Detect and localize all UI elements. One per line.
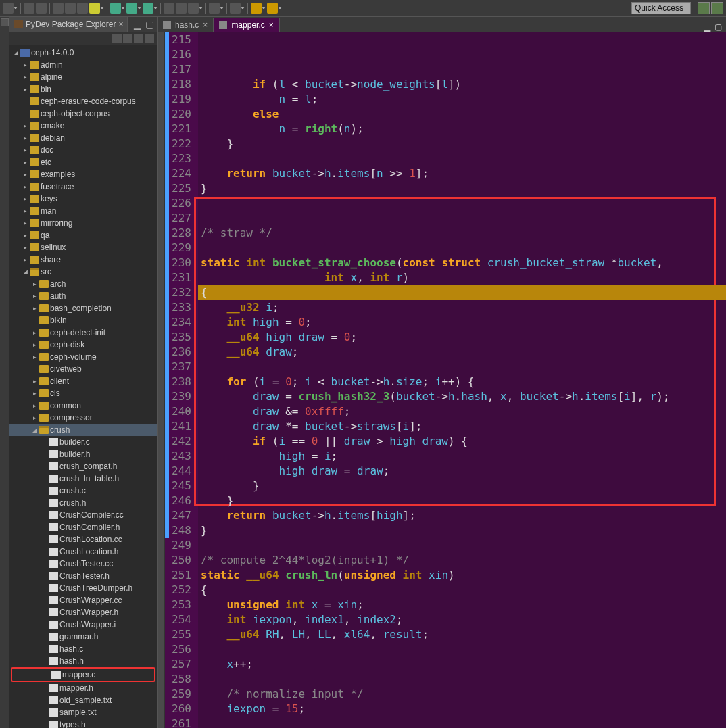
tree-item-mirroring[interactable]: ▸mirroring xyxy=(9,217,157,229)
tree-item-selinux[interactable]: ▸selinux xyxy=(9,241,157,253)
minimize-icon[interactable]: ▁ xyxy=(134,20,141,29)
tree-item-alpine[interactable]: ▸alpine xyxy=(9,71,157,83)
tree-item-ceph-erasure-code-corpus[interactable]: ceph-erasure-code-corpus xyxy=(9,95,157,107)
tree-item-ceph-14-0-0[interactable]: ◢ceph-14.0.0 xyxy=(9,47,157,59)
tree-item-civetweb[interactable]: civetweb xyxy=(9,363,157,375)
filters-icon[interactable] xyxy=(134,34,143,43)
new-folder-icon[interactable] xyxy=(164,3,174,14)
tree-item-mapper-c[interactable]: mapper.c xyxy=(11,667,155,682)
tree-item-crushtester-cc[interactable]: CrushTester.cc xyxy=(9,558,157,570)
toggle-mark-icon[interactable] xyxy=(77,3,88,14)
tree-item-hash-c[interactable]: hash.c xyxy=(9,643,157,655)
tree-item-debian[interactable]: ▸debian xyxy=(9,132,157,144)
close-icon[interactable]: × xyxy=(269,20,274,30)
collapse-all-icon[interactable] xyxy=(112,34,122,43)
pin-icon[interactable] xyxy=(230,3,241,14)
package-explorer-tree[interactable]: ◢ceph-14.0.0▸admin▸alpine▸binceph-erasur… xyxy=(9,45,157,728)
tree-item-man[interactable]: ▸man xyxy=(9,205,157,217)
open-type-icon[interactable] xyxy=(176,3,187,14)
code-content[interactable]: if (l < bucket->node_weights[l]) n = l; … xyxy=(198,32,726,728)
tree-item-crushtreedumper-h[interactable]: CrushTreeDumper.h xyxy=(9,582,157,594)
quick-access-input[interactable] xyxy=(631,2,691,14)
file-icon xyxy=(51,671,61,679)
editor-tab-mapper-c[interactable]: mapper.c× xyxy=(214,18,279,32)
save-icon[interactable] xyxy=(24,3,34,14)
folder-icon xyxy=(39,426,49,434)
tree-item-client[interactable]: ▸client xyxy=(9,375,157,387)
tree-item-ceph-disk[interactable]: ▸ceph-disk xyxy=(9,339,157,351)
tree-item-crushwrapper-cc[interactable]: CrushWrapper.cc xyxy=(9,594,157,606)
overview-ruler[interactable] xyxy=(158,32,165,728)
forward-icon[interactable] xyxy=(267,3,278,14)
tree-item-fusetrace[interactable]: ▸fusetrace xyxy=(9,180,157,193)
link-editor-icon[interactable] xyxy=(123,34,132,43)
editor-minimize-icon[interactable]: ▁ xyxy=(704,22,710,32)
tree-item-crushcompiler-h[interactable]: CrushCompiler.h xyxy=(9,521,157,533)
tree-item-crush-c[interactable]: crush.c xyxy=(9,485,157,497)
tree-item-mapper-h[interactable]: mapper.h xyxy=(9,682,157,694)
maximize-icon[interactable]: ▢ xyxy=(145,20,154,29)
code-editor[interactable]: 2152162172182192202212222232242252262272… xyxy=(158,32,726,728)
open-task-icon[interactable] xyxy=(53,3,64,14)
tree-item-builder-h[interactable]: builder.h xyxy=(9,448,157,460)
tree-item-hash-h[interactable]: hash.h xyxy=(9,655,157,667)
tree-item-arch[interactable]: ▸arch xyxy=(9,278,157,290)
file-icon xyxy=(49,584,58,592)
tree-item-auth[interactable]: ▸auth xyxy=(9,290,157,302)
save-all-icon[interactable] xyxy=(36,3,47,14)
tree-item-common[interactable]: ▸common xyxy=(9,399,157,412)
editor-maximize-icon[interactable]: ▢ xyxy=(715,22,722,32)
folder-icon xyxy=(30,110,39,118)
debug-icon[interactable] xyxy=(110,3,121,14)
editor-tab-hash-c[interactable]: hash.c× xyxy=(158,18,214,32)
tree-item-crush-ln-table-h[interactable]: crush_ln_table.h xyxy=(9,472,157,485)
tree-item-qa[interactable]: ▸qa xyxy=(9,229,157,241)
paste-icon[interactable] xyxy=(65,3,76,14)
close-icon[interactable]: × xyxy=(118,20,123,29)
highlight-icon[interactable] xyxy=(89,3,100,14)
tree-item-etc[interactable]: ▸etc xyxy=(9,156,157,168)
tree-item-doc[interactable]: ▸doc xyxy=(9,144,157,156)
toggle-breadcrumb-icon[interactable] xyxy=(209,3,220,14)
tree-item-ceph-detect-init[interactable]: ▸ceph-detect-init xyxy=(9,326,157,339)
tree-item-compressor[interactable]: ▸compressor xyxy=(9,412,157,424)
tree-item-ceph-volume[interactable]: ▸ceph-volume xyxy=(9,351,157,363)
tree-item-crushlocation-cc[interactable]: CrushLocation.cc xyxy=(9,533,157,545)
tree-item-bin[interactable]: ▸bin xyxy=(9,83,157,95)
tree-item-grammar-h[interactable]: grammar.h xyxy=(9,631,157,643)
tree-item-old-sample-txt[interactable]: old_sample.txt xyxy=(9,694,157,706)
new-icon[interactable] xyxy=(3,3,14,14)
package-explorer-tab[interactable]: PyDev Package Explorer × xyxy=(9,17,128,32)
tree-item-crush[interactable]: ◢crush xyxy=(9,424,157,436)
tree-item-share[interactable]: ▸share xyxy=(9,253,157,266)
tree-item-ceph-object-corpus[interactable]: ceph-object-corpus xyxy=(9,107,157,120)
view-menu-icon[interactable] xyxy=(145,34,154,43)
tree-item-admin[interactable]: ▸admin xyxy=(9,59,157,71)
perspective-switcher-icon[interactable] xyxy=(698,2,710,14)
file-icon xyxy=(49,596,58,604)
tree-item-types-h[interactable]: types.h xyxy=(9,719,157,728)
run-icon[interactable] xyxy=(126,3,137,14)
restore-view-icon[interactable] xyxy=(1,18,9,26)
tree-item-crushlocation-h[interactable]: CrushLocation.h xyxy=(9,545,157,558)
tree-item-sample-txt[interactable]: sample.txt xyxy=(9,706,157,719)
tree-item-keys[interactable]: ▸keys xyxy=(9,193,157,205)
tree-item-cmake[interactable]: ▸cmake xyxy=(9,120,157,132)
tree-item-src[interactable]: ◢src xyxy=(9,266,157,278)
back-icon[interactable] xyxy=(251,3,262,14)
perspective-pydev-icon[interactable] xyxy=(711,2,723,14)
tree-item-crushcompiler-cc[interactable]: CrushCompiler.cc xyxy=(9,509,157,521)
tree-item-crush-h[interactable]: crush.h xyxy=(9,497,157,509)
tree-item-bash-completion[interactable]: ▸bash_completion xyxy=(9,302,157,314)
search-icon[interactable] xyxy=(188,3,199,14)
tree-item-crushwrapper-h[interactable]: CrushWrapper.h xyxy=(9,606,157,618)
tree-item-crushwrapper-i[interactable]: CrushWrapper.i xyxy=(9,618,157,631)
tree-item-blkin[interactable]: blkin xyxy=(9,314,157,326)
coverage-icon[interactable] xyxy=(143,3,153,14)
tree-item-examples[interactable]: ▸examples xyxy=(9,168,157,180)
close-icon[interactable]: × xyxy=(203,20,208,30)
tree-item-cls[interactable]: ▸cls xyxy=(9,387,157,399)
tree-item-crushtester-h[interactable]: CrushTester.h xyxy=(9,570,157,582)
tree-item-builder-c[interactable]: builder.c xyxy=(9,436,157,448)
tree-item-crush-compat-h[interactable]: crush_compat.h xyxy=(9,460,157,472)
